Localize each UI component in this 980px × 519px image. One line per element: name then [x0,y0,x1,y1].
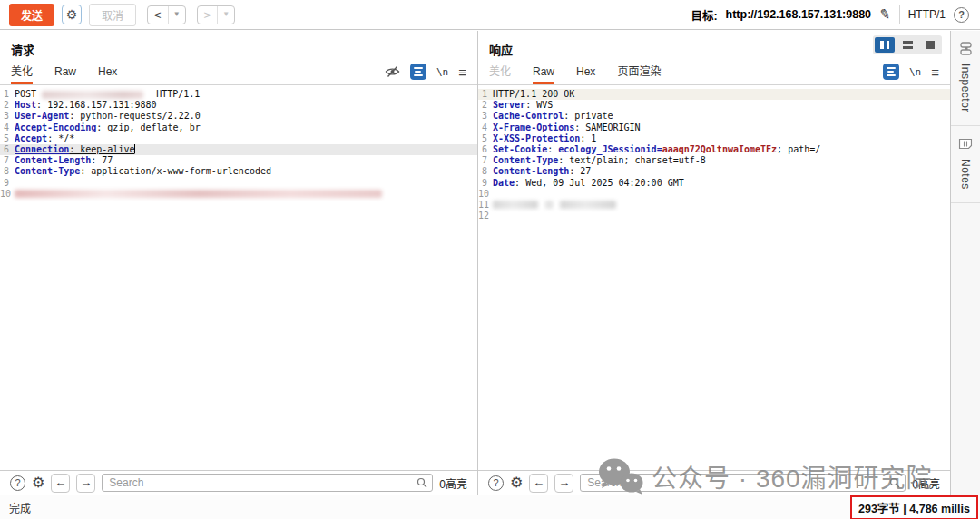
code-text: : 192.168.157.131:9880 [36,100,156,110]
layout-toggle-group [873,35,942,54]
history-back-button[interactable]: < [148,6,168,24]
line-number: 3 [478,111,493,122]
code-line[interactable]: 11 [478,200,950,211]
pretty-print-icon[interactable] [410,64,426,80]
code-text: : application/x-www-form-urlencoded [80,166,271,176]
history-forward-button[interactable]: > [198,6,218,24]
header-name: Content-Length [493,166,569,176]
line-number: 5 [478,133,493,144]
tab[interactable]: Hex [576,65,595,84]
layout-tabs-button[interactable] [920,37,940,53]
code-line[interactable]: 9Date: Wed, 09 Jul 2025 04:20:00 GMT [478,178,950,189]
code-text: aaaqn72QoltnwaIomeTFz [662,144,777,154]
send-button[interactable]: 发送 [9,4,54,26]
tab[interactable]: Hex [98,65,117,84]
header-name: Server [493,100,525,110]
line-number: 10 [0,189,15,200]
search-help-icon[interactable]: ? [488,475,504,491]
http-version-selector[interactable]: HTTP/1 [908,8,946,21]
show-newlines-icon[interactable]: \n [909,66,921,78]
code-line[interactable]: 5X-XSS-Protection: 1 [478,133,950,144]
line-number: 12 [478,211,493,221]
sidebar-tab-inspector[interactable]: Inspector [951,31,980,126]
layout-rows-button[interactable] [897,37,917,53]
code-line[interactable]: 4Accept-Encoding: gzip, deflate, br [0,122,477,133]
tab[interactable]: 页面渲染 [617,63,661,84]
code-line[interactable]: 7Content-Type: text/plain; charset=utf-8 [478,155,950,166]
search-prev-button[interactable]: ← [529,474,548,493]
code-text: : Wed, 09 Jul 2025 04:20:00 GMT [514,178,684,188]
code-line[interactable]: 2Host: 192.168.157.131:9880 [0,100,477,111]
request-search-input[interactable] [102,474,433,492]
code-line[interactable]: 12 [478,211,950,221]
right-sidebar: Inspector Notes [951,31,980,495]
edit-target-pencil-icon[interactable]: ✎ [878,5,893,24]
code-line[interactable]: 3User-Agent: python-requests/2.22.0 [0,111,477,122]
history-forward-group: > ▼ [197,5,236,24]
line-number: 6 [478,144,493,155]
line-number: 1 [0,89,15,100]
code-text: ; path=/ [777,144,820,154]
header-name: User-Agent [15,111,69,121]
code-line[interactable]: 10 [478,189,950,200]
request-panel: 请求 美化RawHex \n ≡ 1POST HTTP/1.12Host: 19… [0,31,478,495]
editor-menu-icon[interactable]: ≡ [458,65,466,79]
line-number: 7 [478,155,493,166]
search-prev-button[interactable]: ← [51,474,70,493]
code-line[interactable]: 1HTTP/1.1 200 OK [478,89,950,100]
sidebar-tab-notes[interactable]: Notes [951,126,980,203]
search-help-icon[interactable]: ? [10,475,25,491]
hide-nonprinting-eye-slash-icon[interactable] [385,65,400,78]
search-next-button[interactable]: → [554,474,573,493]
code-line[interactable]: 4X-Frame-Options: SAMEORIGIN [478,122,950,133]
response-tabs-row: 美化RawHex页面渲染 \n ≡ [478,61,950,85]
header-name: Cache-Control [493,111,564,121]
code-line[interactable]: 9 [0,178,477,189]
line-number: 3 [0,111,15,122]
line-number: 10 [478,189,493,200]
code-line[interactable]: 6Connection: keep-alive [0,144,477,155]
tab[interactable]: Raw [533,65,554,84]
sidebar-tab-label: Notes [959,159,972,190]
line-number: 9 [478,178,493,189]
cancel-button[interactable]: 取消 [89,4,136,26]
code-line[interactable]: 8Content-Type: application/x-www-form-ur… [0,166,477,177]
line-number: 4 [0,122,15,133]
response-editor-icons: \n ≡ [883,64,939,84]
editor-menu-icon[interactable]: ≡ [931,65,939,79]
send-settings-gear-icon[interactable]: ⚙ [62,5,82,24]
header-name: X-XSS-Protection [493,133,580,143]
code-text: : */* [47,133,74,143]
redacted-blur [42,91,143,99]
layout-columns-button[interactable] [875,37,895,53]
search-next-button[interactable]: → [76,474,95,493]
code-line[interactable]: 7Content-Length: 77 [0,155,477,166]
code-line[interactable]: 2Server: WVS [478,100,950,111]
text-caret [134,144,135,153]
tab[interactable]: 美化 [11,63,33,84]
code-line[interactable]: 1POST HTTP/1.1 [0,89,477,100]
response-search-bar: ? ⚙ ← → 0高亮 [478,470,950,495]
tab[interactable]: Raw [54,65,76,84]
request-editor-icons: \n ≡ [385,64,466,84]
history-forward-dropdown-icon[interactable]: ▼ [217,6,234,24]
code-text: HTTP/1.1 [151,89,200,99]
response-editor[interactable]: 1HTTP/1.1 200 OK2Server: WVS3Cache-Contr… [478,85,950,470]
response-search-input[interactable] [580,474,906,492]
search-settings-gear-icon[interactable]: ⚙ [510,475,523,490]
code-line[interactable]: 10 [0,189,477,200]
status-text: 完成 [9,500,31,515]
tab[interactable]: 美化 [489,63,511,84]
show-newlines-icon[interactable]: \n [436,66,448,78]
code-text: : gzip, deflate, br [96,122,200,132]
code-line[interactable]: 5Accept: */* [0,133,477,144]
history-back-dropdown-icon[interactable]: ▼ [168,6,185,24]
code-line[interactable]: 3Cache-Control: private [478,111,950,122]
line-number: 1 [478,89,493,100]
code-line[interactable]: 8Content-Length: 27 [478,166,950,177]
code-line[interactable]: 6Set-Cookie: ecology_JSessionid=aaaqn72Q… [478,144,950,155]
help-icon[interactable]: ? [954,7,969,23]
pretty-print-icon[interactable] [883,64,899,80]
search-settings-gear-icon[interactable]: ⚙ [32,475,44,490]
request-editor[interactable]: 1POST HTTP/1.12Host: 192.168.157.131:988… [0,85,477,470]
